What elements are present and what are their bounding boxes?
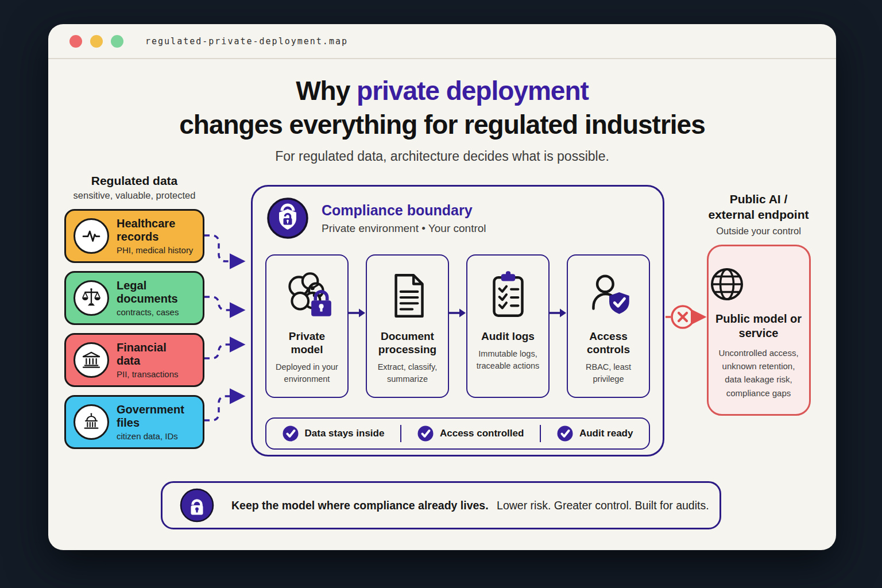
audit-logs-step: Audit logs Immutable logs, traceable act… — [466, 254, 550, 398]
title-highlight: private deployment — [357, 76, 589, 106]
regulated-data-subtitle: sensitive, valuable, protected — [64, 190, 204, 201]
bank-icon — [74, 342, 109, 378]
compliance-header: Compliance boundary Private environment … — [266, 197, 650, 239]
scales-icon — [74, 280, 109, 316]
brain-lock-icon — [279, 265, 335, 327]
step-title: Private model — [272, 330, 342, 357]
footer-text-regular: Lower risk. Greater control. Built for a… — [497, 499, 709, 512]
public-endpoint-column: Public AI /external endpoint Outside you… — [696, 192, 821, 416]
window-titlebar: regulated-private-deployment.map — [48, 24, 836, 59]
page-header: Why private deploymentchanges everything… — [48, 74, 836, 164]
healthcare-records-card: Healthcare records PHI, medical history — [64, 209, 204, 263]
compliance-subtitle: Private environment • Your control — [322, 222, 486, 235]
lock-icon — [180, 488, 214, 523]
healthcare-connector — [204, 235, 243, 261]
viewer-window: regulated-private-deployment.map Why pri… — [48, 24, 836, 550]
card-title: Legal documents — [117, 279, 192, 305]
compliance-title: Compliance boundary — [322, 202, 486, 219]
public-model-card: Public model or service Uncontrolled acc… — [707, 245, 811, 416]
badge-audit-ready: Audit ready — [557, 425, 633, 442]
government-connector — [204, 396, 243, 420]
badge-divider — [400, 425, 402, 442]
window-filename: regulated-private-deployment.map — [145, 36, 348, 47]
financial-data-card: Financial data PII, transactions — [64, 333, 204, 387]
legal-documents-card: Legal documents contracts, cases — [64, 271, 204, 325]
page-subtitle: For regulated data, architecture decides… — [48, 149, 836, 164]
step-desc: Immutable logs, traceable actions — [471, 348, 545, 372]
card-title: Financial data — [117, 341, 192, 367]
card-title: Healthcare records — [117, 217, 192, 243]
badge-access-controlled: Access controlled — [417, 425, 524, 442]
maximize-window-button[interactable] — [111, 35, 123, 48]
badge-label: Data stays inside — [305, 428, 385, 439]
card-desc: contracts, cases — [117, 307, 192, 317]
private-model-step: Private model Deployed in your environme… — [265, 254, 349, 398]
step-title: Access controls — [574, 330, 644, 357]
step-desc: RBAC, least privilege — [572, 361, 645, 385]
card-title: Government files — [117, 403, 192, 429]
x-circle-icon — [672, 306, 694, 328]
public-card-desc: Uncontrolled access, unknown retention, … — [713, 346, 804, 400]
check-circle-icon — [283, 425, 299, 442]
document-processing-step: Document processing Extract, classify, s… — [366, 254, 449, 398]
flow-arrow-icon — [449, 307, 466, 398]
badge-data-stays-inside: Data stays inside — [283, 425, 385, 442]
badge-label: Access controlled — [440, 428, 524, 439]
check-circle-icon — [557, 425, 573, 442]
regulated-data-column: Regulated data sensitive, valuable, prot… — [64, 174, 204, 449]
step-title: Document processing — [373, 330, 443, 357]
step-desc: Extract, classify, summarize — [371, 361, 444, 385]
legal-connector — [204, 297, 243, 310]
card-desc: PII, transactions — [117, 369, 192, 379]
badge-label: Audit ready — [579, 428, 633, 439]
flow-arrow-icon — [550, 307, 567, 398]
card-desc: citizen data, IDs — [117, 431, 192, 441]
pulse-icon — [74, 218, 109, 254]
close-window-button[interactable] — [69, 35, 82, 48]
regulated-data-title: Regulated data — [64, 174, 204, 188]
compliance-badges: Data stays inside Access controlled Audi… — [265, 417, 650, 450]
shield-lock-icon — [266, 197, 309, 239]
flow-arrow-icon — [349, 307, 366, 398]
badge-divider — [540, 425, 541, 442]
capitol-icon — [74, 404, 109, 440]
minimize-window-button[interactable] — [90, 35, 103, 48]
clipboard-checks-icon — [480, 265, 536, 327]
user-shield-icon — [581, 265, 637, 327]
compliance-boundary: Compliance boundary Private environment … — [251, 185, 664, 457]
check-circle-icon — [417, 425, 434, 442]
globe-icon — [709, 266, 809, 303]
card-desc: PHI, medical history — [117, 245, 193, 255]
financial-connector — [204, 345, 243, 358]
footer-banner: Keep the model where compliance already … — [161, 481, 721, 529]
footer-text: Keep the model where compliance already … — [231, 499, 709, 512]
page-title: Why private deploymentchanges everything… — [48, 74, 836, 142]
public-endpoint-title: Public AI /external endpoint — [696, 192, 821, 223]
document-icon — [380, 265, 436, 327]
step-title: Audit logs — [481, 330, 535, 343]
access-controls-step: Access controls RBAC, least privilege — [567, 254, 650, 398]
government-files-card: Government files citizen data, IDs — [64, 395, 204, 449]
footer-text-bold: Keep the model where compliance already … — [231, 499, 489, 512]
public-card-title: Public model or service — [709, 312, 809, 341]
public-endpoint-subtitle: Outside your control — [696, 226, 821, 237]
step-desc: Deployed in your environment — [270, 361, 344, 385]
compliance-steps: Private model Deployed in your environme… — [265, 254, 650, 398]
